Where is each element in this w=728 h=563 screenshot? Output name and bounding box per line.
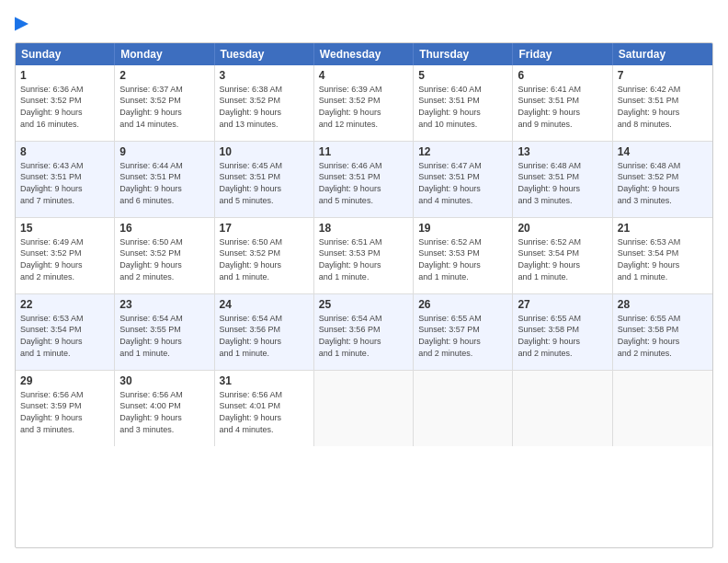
calendar-cell xyxy=(513,371,612,446)
calendar-cell: 2Sunrise: 6:37 AMSunset: 3:52 PMDaylight… xyxy=(115,65,214,141)
day-number: 21 xyxy=(618,222,708,235)
day-number: 30 xyxy=(119,374,209,387)
calendar-row-2: 15Sunrise: 6:49 AMSunset: 3:52 PMDayligh… xyxy=(16,218,712,294)
day-info: Sunrise: 6:45 AMSunset: 3:51 PMDaylight:… xyxy=(220,160,309,206)
day-info: Sunrise: 6:51 AMSunset: 3:53 PMDaylight:… xyxy=(319,236,408,282)
day-number: 19 xyxy=(418,222,507,235)
day-number: 8 xyxy=(20,145,109,158)
calendar-cell: 28Sunrise: 6:55 AMSunset: 3:58 PMDayligh… xyxy=(613,294,712,370)
day-number: 3 xyxy=(220,69,309,82)
calendar-row-0: 1Sunrise: 6:36 AMSunset: 3:52 PMDaylight… xyxy=(16,65,712,142)
calendar-cell: 20Sunrise: 6:52 AMSunset: 3:54 PMDayligh… xyxy=(513,218,612,293)
calendar-cell: 19Sunrise: 6:52 AMSunset: 3:53 PMDayligh… xyxy=(414,218,513,293)
logo-icon-shape: ▶ xyxy=(15,14,28,32)
calendar-cell: 18Sunrise: 6:51 AMSunset: 3:53 PMDayligh… xyxy=(314,218,414,293)
calendar-cell: 13Sunrise: 6:48 AMSunset: 3:51 PMDayligh… xyxy=(513,142,612,217)
day-info: Sunrise: 6:39 AMSunset: 3:52 PMDaylight:… xyxy=(319,84,408,130)
calendar: SundayMondayTuesdayWednesdayThursdayFrid… xyxy=(15,42,713,548)
calendar-cell: 7Sunrise: 6:42 AMSunset: 3:51 PMDaylight… xyxy=(613,65,712,141)
day-info: Sunrise: 6:55 AMSunset: 3:57 PMDaylight:… xyxy=(418,313,507,359)
day-info: Sunrise: 6:53 AMSunset: 3:54 PMDaylight:… xyxy=(618,236,708,282)
day-number: 20 xyxy=(518,222,607,235)
calendar-cell: 9Sunrise: 6:44 AMSunset: 3:51 PMDaylight… xyxy=(115,142,214,217)
day-info: Sunrise: 6:38 AMSunset: 3:52 PMDaylight:… xyxy=(220,84,309,130)
calendar-cell: 1Sunrise: 6:36 AMSunset: 3:52 PMDaylight… xyxy=(16,65,115,141)
calendar-cell xyxy=(414,371,513,446)
day-number: 12 xyxy=(418,145,507,158)
day-number: 17 xyxy=(220,222,309,235)
calendar-header-cell-monday: Monday xyxy=(115,43,214,65)
day-number: 24 xyxy=(220,298,309,311)
day-number: 5 xyxy=(418,69,507,82)
day-info: Sunrise: 6:56 AMSunset: 4:00 PMDaylight:… xyxy=(119,389,209,435)
calendar-cell: 17Sunrise: 6:50 AMSunset: 3:52 PMDayligh… xyxy=(215,218,314,293)
day-number: 29 xyxy=(20,374,109,387)
day-info: Sunrise: 6:54 AMSunset: 3:55 PMDaylight:… xyxy=(119,313,209,359)
calendar-cell xyxy=(314,371,414,446)
day-number: 7 xyxy=(618,69,708,82)
day-number: 28 xyxy=(618,298,708,311)
calendar-row-3: 22Sunrise: 6:53 AMSunset: 3:54 PMDayligh… xyxy=(16,294,712,371)
calendar-cell: 21Sunrise: 6:53 AMSunset: 3:54 PMDayligh… xyxy=(613,218,712,293)
day-number: 11 xyxy=(319,145,408,158)
day-number: 16 xyxy=(119,222,209,235)
calendar-cell: 3Sunrise: 6:38 AMSunset: 3:52 PMDaylight… xyxy=(215,65,314,141)
logo: ▶ xyxy=(15,15,28,33)
calendar-cell: 31Sunrise: 6:56 AMSunset: 4:01 PMDayligh… xyxy=(215,371,314,446)
day-number: 4 xyxy=(319,69,408,82)
calendar-header-cell-saturday: Saturday xyxy=(613,43,712,65)
calendar-cell: 14Sunrise: 6:48 AMSunset: 3:52 PMDayligh… xyxy=(613,142,712,217)
day-number: 25 xyxy=(319,298,408,311)
calendar-cell: 24Sunrise: 6:54 AMSunset: 3:56 PMDayligh… xyxy=(215,294,314,370)
day-info: Sunrise: 6:48 AMSunset: 3:51 PMDaylight:… xyxy=(518,160,607,206)
calendar-cell: 6Sunrise: 6:41 AMSunset: 3:51 PMDaylight… xyxy=(513,65,612,141)
day-info: Sunrise: 6:37 AMSunset: 3:52 PMDaylight:… xyxy=(119,84,209,130)
day-info: Sunrise: 6:55 AMSunset: 3:58 PMDaylight:… xyxy=(518,313,607,359)
day-info: Sunrise: 6:50 AMSunset: 3:52 PMDaylight:… xyxy=(220,236,309,282)
day-number: 15 xyxy=(20,222,109,235)
calendar-cell: 4Sunrise: 6:39 AMSunset: 3:52 PMDaylight… xyxy=(314,65,414,141)
calendar-cell: 5Sunrise: 6:40 AMSunset: 3:51 PMDaylight… xyxy=(414,65,513,141)
calendar-cell: 29Sunrise: 6:56 AMSunset: 3:59 PMDayligh… xyxy=(16,371,115,446)
calendar-header-cell-thursday: Thursday xyxy=(414,43,513,65)
day-info: Sunrise: 6:41 AMSunset: 3:51 PMDaylight:… xyxy=(518,84,607,130)
calendar-cell xyxy=(613,371,712,446)
day-number: 18 xyxy=(319,222,408,235)
day-info: Sunrise: 6:52 AMSunset: 3:53 PMDaylight:… xyxy=(418,236,507,282)
day-info: Sunrise: 6:44 AMSunset: 3:51 PMDaylight:… xyxy=(119,160,209,206)
day-number: 9 xyxy=(119,145,209,158)
day-info: Sunrise: 6:47 AMSunset: 3:51 PMDaylight:… xyxy=(418,160,507,206)
day-number: 27 xyxy=(518,298,607,311)
calendar-cell: 12Sunrise: 6:47 AMSunset: 3:51 PMDayligh… xyxy=(414,142,513,217)
calendar-cell: 30Sunrise: 6:56 AMSunset: 4:00 PMDayligh… xyxy=(115,371,214,446)
day-number: 6 xyxy=(518,69,607,82)
day-info: Sunrise: 6:54 AMSunset: 3:56 PMDaylight:… xyxy=(319,313,408,359)
calendar-cell: 25Sunrise: 6:54 AMSunset: 3:56 PMDayligh… xyxy=(314,294,414,370)
calendar-header-cell-friday: Friday xyxy=(513,43,612,65)
page: ▶ SundayMondayTuesdayWednesdayThursdayFr… xyxy=(0,0,728,563)
calendar-row-4: 29Sunrise: 6:56 AMSunset: 3:59 PMDayligh… xyxy=(16,371,712,446)
day-number: 2 xyxy=(119,69,209,82)
day-number: 13 xyxy=(518,145,607,158)
day-number: 1 xyxy=(20,69,109,82)
day-number: 22 xyxy=(20,298,109,311)
calendar-header-row: SundayMondayTuesdayWednesdayThursdayFrid… xyxy=(16,43,712,65)
day-number: 23 xyxy=(119,298,209,311)
calendar-cell: 11Sunrise: 6:46 AMSunset: 3:51 PMDayligh… xyxy=(314,142,414,217)
calendar-cell: 26Sunrise: 6:55 AMSunset: 3:57 PMDayligh… xyxy=(414,294,513,370)
day-info: Sunrise: 6:40 AMSunset: 3:51 PMDaylight:… xyxy=(418,84,507,130)
day-info: Sunrise: 6:36 AMSunset: 3:52 PMDaylight:… xyxy=(20,84,109,130)
calendar-cell: 8Sunrise: 6:43 AMSunset: 3:51 PMDaylight… xyxy=(16,142,115,217)
calendar-header-cell-tuesday: Tuesday xyxy=(215,43,314,65)
calendar-cell: 10Sunrise: 6:45 AMSunset: 3:51 PMDayligh… xyxy=(215,142,314,217)
calendar-cell: 16Sunrise: 6:50 AMSunset: 3:52 PMDayligh… xyxy=(115,218,214,293)
calendar-header-cell-wednesday: Wednesday xyxy=(314,43,414,65)
header: ▶ xyxy=(15,15,713,33)
calendar-row-1: 8Sunrise: 6:43 AMSunset: 3:51 PMDaylight… xyxy=(16,142,712,218)
day-info: Sunrise: 6:54 AMSunset: 3:56 PMDaylight:… xyxy=(220,313,309,359)
day-info: Sunrise: 6:53 AMSunset: 3:54 PMDaylight:… xyxy=(20,313,109,359)
day-number: 26 xyxy=(418,298,507,311)
day-info: Sunrise: 6:43 AMSunset: 3:51 PMDaylight:… xyxy=(20,160,109,206)
calendar-cell: 27Sunrise: 6:55 AMSunset: 3:58 PMDayligh… xyxy=(513,294,612,370)
day-number: 31 xyxy=(220,374,309,387)
